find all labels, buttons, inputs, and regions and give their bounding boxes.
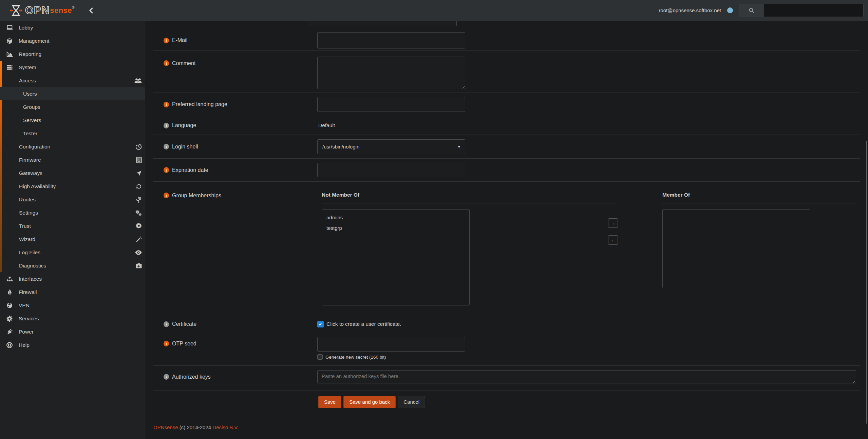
form-row-landing-page: i Preferred landing page <box>153 93 860 116</box>
info-icon[interactable]: i <box>164 123 169 128</box>
info-icon[interactable]: i <box>164 60 169 66</box>
save-and-go-back-button[interactable]: Save and go back <box>343 396 396 408</box>
sidebar-item-firewall[interactable]: Firewall <box>0 285 145 299</box>
sidebar-item-help[interactable]: Help <box>0 338 145 352</box>
remove-from-group-button[interactable]: ← <box>608 235 618 245</box>
sidebar-item-label: Groups <box>23 104 40 110</box>
arrow-right-icon: → <box>611 220 616 226</box>
otp-seed-field[interactable] <box>317 337 465 352</box>
sidebar-item-settings[interactable]: Settings <box>0 206 145 219</box>
group-option[interactable]: admins <box>322 212 469 223</box>
sidebar-item-management[interactable]: Management <box>0 34 145 47</box>
expiration-date-field[interactable] <box>317 163 465 177</box>
not-member-of-listbox[interactable]: admins testgrp <box>322 209 470 305</box>
global-search <box>739 4 864 17</box>
sidebar-item-trust[interactable]: Trust <box>0 219 145 233</box>
landing-page-field[interactable] <box>317 97 465 112</box>
sidebar-item-diagnostics[interactable]: Diagnostics <box>0 259 145 272</box>
opnsense-logo[interactable]: OPNsense® <box>10 4 74 17</box>
email-field[interactable] <box>317 32 465 48</box>
info-icon[interactable]: i <box>164 193 169 198</box>
info-icon[interactable]: i <box>164 167 169 173</box>
vertical-scrollbar[interactable] <box>866 141 867 424</box>
sidebar-item-system[interactable]: System <box>0 61 145 74</box>
sidebar-item-services[interactable]: Services <box>0 312 145 325</box>
globe-icon <box>4 38 15 44</box>
sidebar-item-users[interactable]: Users <box>0 87 145 100</box>
user-edit-form: i E-Mail i Comment i Preferred landing p… <box>153 30 860 413</box>
gear-icon <box>4 316 15 322</box>
certificate-checkbox[interactable]: ✓ <box>317 321 324 327</box>
sidebar-item-label: Gateways <box>19 170 42 176</box>
sidebar-item-label: Help <box>19 342 30 348</box>
sidebar-item-groups[interactable]: Groups <box>0 100 145 114</box>
sidebar-item-routes[interactable]: Routes <box>0 193 145 206</box>
field-label: Preferred landing page <box>172 101 227 107</box>
form-row-group-memberships: i Group Memberships Not Member Of admins… <box>153 181 860 315</box>
brand-registered-mark: ® <box>72 6 74 9</box>
login-shell-select[interactable]: /usr/sbin/nologin ▾ <box>317 139 465 154</box>
not-member-of-title: Not Member Of <box>322 192 616 198</box>
sidebar-item-configuration[interactable]: Configuration <box>0 140 145 153</box>
authorized-keys-field[interactable] <box>317 370 856 383</box>
sidebar-item-firmware[interactable]: Firmware <box>0 153 145 166</box>
sidebar-item-tester[interactable]: Tester <box>0 127 145 140</box>
sidebar-item-label: High Availability <box>19 183 56 189</box>
member-of-listbox[interactable] <box>662 209 810 288</box>
generate-secret-checkbox[interactable] <box>317 354 323 360</box>
sidebar-nav: Lobby Management Reporting System Access… <box>0 21 145 439</box>
cancel-button[interactable]: Cancel <box>398 396 425 408</box>
add-to-group-button[interactable]: → <box>608 218 618 228</box>
sidebar-item-label: Settings <box>19 210 38 216</box>
hourglass-logo-icon <box>10 4 22 17</box>
sidebar-item-label: System <box>19 64 36 71</box>
sidebar-item-label: Servers <box>23 117 41 123</box>
generate-secret-label: Generate new secret (160 bit) <box>325 355 386 360</box>
field-label: Group Memberships <box>172 193 221 199</box>
group-option[interactable]: testgrp <box>322 223 469 233</box>
search-input[interactable] <box>764 4 863 17</box>
info-icon[interactable]: i <box>164 341 169 346</box>
magic-wand-icon <box>136 236 142 242</box>
location-arrow-icon <box>136 170 142 176</box>
sidebar-item-access[interactable]: Access <box>0 74 145 87</box>
sidebar-item-interfaces[interactable]: Interfaces <box>0 272 145 285</box>
sidebar-item-gateways[interactable]: Gateways <box>0 166 145 180</box>
logged-in-user[interactable]: root@opnsense.softbox.net <box>659 7 721 13</box>
collapse-sidebar-chevron-icon[interactable] <box>89 7 93 14</box>
sidebar-item-servers[interactable]: Servers <box>0 114 145 127</box>
sidebar-item-label: Trust <box>19 223 31 229</box>
sidebar-item-log-files[interactable]: Log Files <box>0 246 145 259</box>
save-button[interactable]: Save <box>318 396 341 408</box>
sync-icon <box>136 183 142 189</box>
map-signs-icon <box>136 197 142 203</box>
info-icon[interactable]: i <box>164 374 169 380</box>
footer: OPNsense (c) 2014-2024 Deciso B.V. <box>153 424 239 430</box>
copyright-text: (c) 2014-2024 <box>180 424 211 430</box>
field-label: Certificate <box>172 321 196 327</box>
search-icon <box>739 4 764 17</box>
sidebar-item-reporting[interactable]: Reporting <box>0 47 145 61</box>
scrolled-off-input[interactable] <box>309 21 457 26</box>
info-icon[interactable]: i <box>164 102 169 107</box>
field-label: Login shell <box>172 144 198 150</box>
comment-field[interactable] <box>317 57 465 89</box>
deciso-footer-link[interactable]: Deciso B.V. <box>212 424 239 430</box>
sidebar-item-label: Interfaces <box>19 276 42 282</box>
sidebar-item-power[interactable]: Power <box>0 325 145 338</box>
main-content: i E-Mail i Comment i Preferred landing p… <box>145 21 868 439</box>
sidebar-item-lobby[interactable]: Lobby <box>0 21 145 34</box>
form-row-email: i E-Mail <box>153 30 860 51</box>
field-label: Language <box>172 122 196 128</box>
sidebar-item-label: Configuration <box>19 144 50 150</box>
sidebar-item-label: Access <box>19 78 36 84</box>
info-icon[interactable]: i <box>164 144 169 149</box>
sidebar-item-high-availability[interactable]: High Availability <box>0 180 145 193</box>
opnsense-footer-link[interactable]: OPNsense <box>153 424 178 430</box>
info-icon[interactable]: i <box>164 321 169 327</box>
sidebar-item-label: Log Files <box>19 250 40 256</box>
sidebar-item-vpn[interactable]: VPN <box>0 299 145 312</box>
info-icon[interactable]: i <box>164 38 169 43</box>
sidebar-item-wizard[interactable]: Wizard <box>0 233 145 246</box>
sidebar-item-label: Power <box>19 329 34 335</box>
